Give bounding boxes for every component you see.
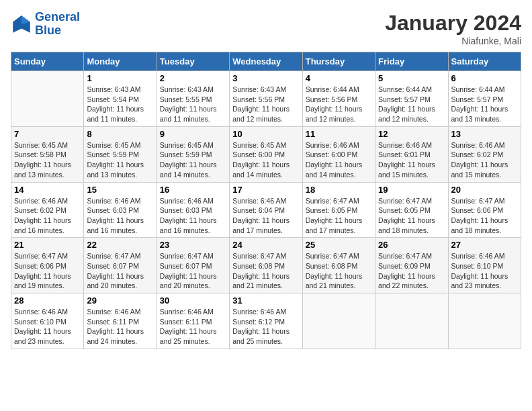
day-info: Sunrise: 6:45 AM Sunset: 5:59 PM Dayligh… bbox=[160, 140, 226, 180]
day-number: 14 bbox=[14, 185, 81, 195]
day-number: 5 bbox=[378, 73, 445, 83]
day-number: 20 bbox=[451, 185, 518, 195]
calendar-cell: 22Sunrise: 6:47 AM Sunset: 6:07 PM Dayli… bbox=[84, 238, 157, 293]
day-info: Sunrise: 6:44 AM Sunset: 5:57 PM Dayligh… bbox=[378, 85, 445, 124]
calendar-cell: 7Sunrise: 6:45 AM Sunset: 5:58 PM Daylig… bbox=[11, 126, 84, 182]
day-info: Sunrise: 6:46 AM Sunset: 6:03 PM Dayligh… bbox=[160, 196, 226, 236]
day-info: Sunrise: 6:46 AM Sunset: 6:02 PM Dayligh… bbox=[14, 196, 81, 236]
calendar-cell: 8Sunrise: 6:45 AM Sunset: 5:59 PM Daylig… bbox=[84, 126, 157, 182]
day-info: Sunrise: 6:43 AM Sunset: 5:54 PM Dayligh… bbox=[87, 85, 153, 124]
header-thursday: Thursday bbox=[302, 52, 375, 71]
day-info: Sunrise: 6:44 AM Sunset: 5:57 PM Dayligh… bbox=[451, 85, 518, 124]
header-tuesday: Tuesday bbox=[157, 52, 229, 71]
day-info: Sunrise: 6:47 AM Sunset: 6:06 PM Dayligh… bbox=[14, 251, 81, 291]
day-info: Sunrise: 6:45 AM Sunset: 5:58 PM Dayligh… bbox=[14, 140, 81, 180]
calendar-header-row: SundayMondayTuesdayWednesdayThursdayFrid… bbox=[11, 52, 521, 71]
calendar-cell: 20Sunrise: 6:47 AM Sunset: 6:06 PM Dayli… bbox=[448, 182, 521, 238]
calendar-cell: 31Sunrise: 6:46 AM Sunset: 6:12 PM Dayli… bbox=[230, 293, 302, 349]
day-number: 1 bbox=[87, 73, 153, 83]
day-number: 17 bbox=[232, 185, 299, 195]
location: Niafunke, Mali bbox=[385, 36, 521, 46]
day-info: Sunrise: 6:47 AM Sunset: 6:07 PM Dayligh… bbox=[87, 251, 153, 291]
day-info: Sunrise: 6:47 AM Sunset: 6:06 PM Dayligh… bbox=[451, 196, 518, 236]
calendar-cell: 27Sunrise: 6:46 AM Sunset: 6:10 PM Dayli… bbox=[448, 238, 521, 293]
logo: General Blue bbox=[11, 11, 80, 38]
week-row-1: 1Sunrise: 6:43 AM Sunset: 5:54 PM Daylig… bbox=[11, 71, 521, 127]
day-info: Sunrise: 6:46 AM Sunset: 6:00 PM Dayligh… bbox=[306, 140, 372, 180]
day-info: Sunrise: 6:45 AM Sunset: 6:00 PM Dayligh… bbox=[232, 140, 299, 180]
calendar-cell: 9Sunrise: 6:45 AM Sunset: 5:59 PM Daylig… bbox=[157, 126, 229, 182]
day-number: 10 bbox=[232, 129, 299, 139]
calendar-cell: 1Sunrise: 6:43 AM Sunset: 5:54 PM Daylig… bbox=[84, 71, 157, 127]
logo-icon bbox=[11, 13, 32, 35]
day-info: Sunrise: 6:46 AM Sunset: 6:01 PM Dayligh… bbox=[378, 140, 445, 180]
day-number: 6 bbox=[451, 73, 518, 83]
day-number: 31 bbox=[232, 295, 299, 306]
day-info: Sunrise: 6:46 AM Sunset: 6:11 PM Dayligh… bbox=[160, 307, 226, 347]
calendar-cell: 21Sunrise: 6:47 AM Sunset: 6:06 PM Dayli… bbox=[11, 238, 84, 293]
day-info: Sunrise: 6:47 AM Sunset: 6:05 PM Dayligh… bbox=[306, 196, 372, 236]
day-number: 2 bbox=[160, 73, 226, 83]
calendar-cell: 23Sunrise: 6:47 AM Sunset: 6:07 PM Dayli… bbox=[157, 238, 229, 293]
header-saturday: Saturday bbox=[448, 52, 521, 71]
day-info: Sunrise: 6:47 AM Sunset: 6:08 PM Dayligh… bbox=[306, 251, 372, 291]
day-number: 29 bbox=[87, 295, 153, 306]
calendar-cell: 15Sunrise: 6:46 AM Sunset: 6:03 PM Dayli… bbox=[84, 182, 157, 238]
week-row-4: 21Sunrise: 6:47 AM Sunset: 6:06 PM Dayli… bbox=[11, 238, 521, 293]
day-number: 15 bbox=[87, 185, 153, 195]
day-number: 19 bbox=[378, 185, 445, 195]
day-number: 26 bbox=[378, 240, 445, 250]
day-number: 16 bbox=[160, 185, 226, 195]
calendar-table: SundayMondayTuesdayWednesdayThursdayFrid… bbox=[11, 52, 521, 349]
month-title: January 2024 bbox=[385, 11, 521, 36]
day-number: 8 bbox=[87, 129, 153, 139]
header-monday: Monday bbox=[84, 52, 157, 71]
day-number: 28 bbox=[14, 295, 81, 306]
calendar-cell: 10Sunrise: 6:45 AM Sunset: 6:00 PM Dayli… bbox=[230, 126, 302, 182]
day-info: Sunrise: 6:44 AM Sunset: 5:56 PM Dayligh… bbox=[306, 85, 372, 124]
calendar-cell: 6Sunrise: 6:44 AM Sunset: 5:57 PM Daylig… bbox=[448, 71, 521, 127]
calendar-cell: 11Sunrise: 6:46 AM Sunset: 6:00 PM Dayli… bbox=[302, 126, 375, 182]
header-friday: Friday bbox=[375, 52, 448, 71]
calendar-cell: 26Sunrise: 6:47 AM Sunset: 6:09 PM Dayli… bbox=[375, 238, 448, 293]
calendar-cell: 13Sunrise: 6:46 AM Sunset: 6:02 PM Dayli… bbox=[448, 126, 521, 182]
day-info: Sunrise: 6:46 AM Sunset: 6:02 PM Dayligh… bbox=[451, 140, 518, 180]
day-info: Sunrise: 6:43 AM Sunset: 5:55 PM Dayligh… bbox=[160, 85, 226, 124]
calendar-cell: 4Sunrise: 6:44 AM Sunset: 5:56 PM Daylig… bbox=[302, 71, 375, 127]
day-number: 30 bbox=[160, 295, 226, 306]
week-row-2: 7Sunrise: 6:45 AM Sunset: 5:58 PM Daylig… bbox=[11, 126, 521, 182]
day-info: Sunrise: 6:46 AM Sunset: 6:10 PM Dayligh… bbox=[14, 307, 81, 347]
week-row-5: 28Sunrise: 6:46 AM Sunset: 6:10 PM Dayli… bbox=[11, 293, 521, 349]
calendar-cell: 14Sunrise: 6:46 AM Sunset: 6:02 PM Dayli… bbox=[11, 182, 84, 238]
header-wednesday: Wednesday bbox=[230, 52, 302, 71]
day-number: 27 bbox=[451, 240, 518, 250]
day-number: 18 bbox=[306, 185, 372, 195]
calendar-cell: 18Sunrise: 6:47 AM Sunset: 6:05 PM Dayli… bbox=[302, 182, 375, 238]
day-number: 9 bbox=[160, 129, 226, 139]
day-info: Sunrise: 6:46 AM Sunset: 6:03 PM Dayligh… bbox=[87, 196, 153, 236]
calendar-cell bbox=[448, 293, 521, 349]
week-row-3: 14Sunrise: 6:46 AM Sunset: 6:02 PM Dayli… bbox=[11, 182, 521, 238]
calendar-cell: 17Sunrise: 6:46 AM Sunset: 6:04 PM Dayli… bbox=[230, 182, 302, 238]
calendar-cell: 12Sunrise: 6:46 AM Sunset: 6:01 PM Dayli… bbox=[375, 126, 448, 182]
day-info: Sunrise: 6:46 AM Sunset: 6:11 PM Dayligh… bbox=[87, 307, 153, 347]
day-info: Sunrise: 6:43 AM Sunset: 5:56 PM Dayligh… bbox=[232, 85, 299, 124]
day-info: Sunrise: 6:47 AM Sunset: 6:05 PM Dayligh… bbox=[378, 196, 445, 236]
day-info: Sunrise: 6:45 AM Sunset: 5:59 PM Dayligh… bbox=[87, 140, 153, 180]
calendar-cell: 2Sunrise: 6:43 AM Sunset: 5:55 PM Daylig… bbox=[157, 71, 229, 127]
calendar-cell: 3Sunrise: 6:43 AM Sunset: 5:56 PM Daylig… bbox=[230, 71, 302, 127]
calendar-cell: 30Sunrise: 6:46 AM Sunset: 6:11 PM Dayli… bbox=[157, 293, 229, 349]
day-number: 12 bbox=[378, 129, 445, 139]
day-number: 21 bbox=[14, 240, 81, 250]
day-number: 4 bbox=[306, 73, 372, 83]
calendar-cell bbox=[302, 293, 375, 349]
day-info: Sunrise: 6:46 AM Sunset: 6:04 PM Dayligh… bbox=[232, 196, 299, 236]
day-info: Sunrise: 6:46 AM Sunset: 6:12 PM Dayligh… bbox=[232, 307, 299, 347]
day-info: Sunrise: 6:47 AM Sunset: 6:08 PM Dayligh… bbox=[232, 251, 299, 291]
calendar-cell: 16Sunrise: 6:46 AM Sunset: 6:03 PM Dayli… bbox=[157, 182, 229, 238]
day-number: 25 bbox=[306, 240, 372, 250]
calendar-cell: 24Sunrise: 6:47 AM Sunset: 6:08 PM Dayli… bbox=[230, 238, 302, 293]
header-sunday: Sunday bbox=[11, 52, 84, 71]
page-header: General Blue January 2024 Niafunke, Mali bbox=[11, 11, 521, 46]
day-info: Sunrise: 6:47 AM Sunset: 6:07 PM Dayligh… bbox=[160, 251, 226, 291]
